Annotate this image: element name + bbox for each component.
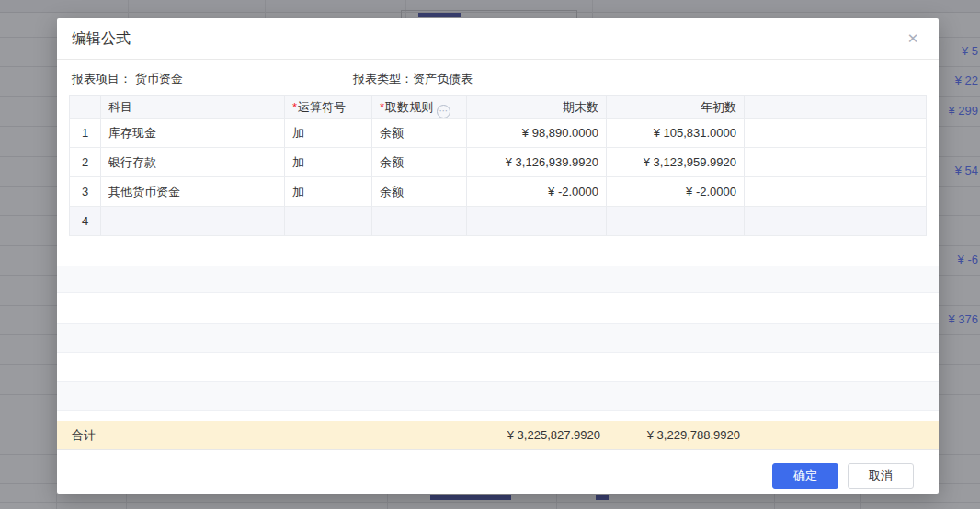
year-begin-cell: ¥ -2.0000 — [607, 177, 745, 207]
formula-table-header: 科目 *运算符号 *取数规则⋯ 期末数 年初数 — [69, 95, 927, 119]
report-info-row: 报表项目： 货币资金 报表类型：资产负债表 — [57, 60, 939, 93]
modal-title: 编辑公式 — [72, 29, 131, 49]
close-icon[interactable]: ✕ — [904, 29, 922, 48]
rule-cell[interactable]: 余额 — [372, 119, 467, 148]
rule-cell[interactable] — [372, 207, 467, 236]
operator-cell[interactable]: 加 — [285, 177, 372, 207]
background-amount: ¥ 54 — [940, 156, 980, 186]
background-amount — [940, 215, 980, 244]
year-begin-cell — [607, 207, 745, 236]
column-header-operator: *运算符号 — [285, 95, 372, 119]
period-end-cell: ¥ 3,126,939.9920 — [467, 148, 607, 177]
screen: ¥ 5 ¥ 22 ¥ 299 ¥ 54 ¥ -6 ¥ 376 编辑公式 ✕ — [0, 0, 980, 509]
subject-cell[interactable]: 库存现金 — [101, 119, 285, 148]
report-type-value: 资产负债表 — [413, 72, 473, 85]
total-row: 合计 ¥ 3,225,827.9920 ¥ 3,229,788.9920 — [57, 421, 939, 450]
period-end-cell — [467, 207, 607, 236]
background-amount: ¥ 376 — [940, 305, 980, 334]
background-grid-line — [0, 502, 980, 503]
operator-cell[interactable]: 加 — [285, 148, 372, 177]
report-item: 报表项目： 货币资金 — [72, 71, 183, 87]
year-begin-cell: ¥ 3,123,959.9920 — [607, 148, 745, 177]
empty-stripe-row — [57, 266, 939, 293]
background-amount — [940, 275, 980, 304]
subject-cell[interactable]: 其他货币资金 — [101, 177, 285, 207]
edit-formula-modal: 编辑公式 ✕ 报表项目： 货币资金 报表类型：资产负债表 科目 *运算符号 *取… — [57, 18, 939, 494]
background-amount — [940, 126, 980, 155]
cancel-button[interactable]: 取消 — [848, 463, 914, 489]
report-item-label: 报表项目： — [72, 72, 131, 85]
column-header-blank — [745, 95, 927, 119]
year-begin-cell: ¥ 105,831.0000 — [607, 119, 745, 148]
background-amount: ¥ -6 — [940, 245, 980, 275]
background-amount — [940, 186, 980, 215]
period-end-cell: ¥ 98,890.0000 — [467, 119, 607, 148]
blank-cell — [745, 148, 927, 177]
required-mark: * — [380, 100, 384, 114]
background-amount: ¥ 22 — [940, 66, 980, 96]
required-mark: * — [292, 100, 297, 114]
rule-cell[interactable]: 余额 — [372, 148, 467, 177]
background-amount: ¥ 5 — [940, 37, 980, 66]
report-type-label: 报表类型： — [353, 72, 413, 85]
row-number-cell: 2 — [69, 148, 101, 177]
column-header-year-begin: 年初数 — [607, 95, 745, 119]
operator-cell[interactable] — [285, 207, 372, 236]
total-period-end: ¥ 3,225,827.9920 — [507, 421, 600, 450]
formula-table: 科目 *运算符号 *取数规则⋯ 期末数 年初数 1 库存现金 加 余额 ¥ 98… — [69, 95, 927, 236]
background-amount-column: ¥ 5 ¥ 22 ¥ 299 ¥ 54 ¥ -6 ¥ 376 — [940, 37, 980, 334]
column-header-rule: *取数规则⋯ — [372, 95, 467, 119]
rule-cell[interactable]: 余额 — [372, 177, 467, 207]
blank-cell — [745, 177, 927, 207]
table-row: 2 银行存款 加 余额 ¥ 3,126,939.9920 ¥ 3,123,959… — [69, 148, 927, 177]
background-clipped-text — [418, 13, 461, 17]
background-amount: ¥ 299 — [940, 96, 980, 126]
column-header-period-end: 期末数 — [467, 95, 607, 119]
table-row-empty: 4 — [69, 207, 927, 236]
confirm-button[interactable]: 确定 — [772, 463, 838, 489]
period-end-cell: ¥ -2.0000 — [467, 177, 607, 207]
row-number-cell: 4 — [69, 207, 101, 236]
operator-cell[interactable]: 加 — [285, 119, 372, 148]
row-number-cell: 1 — [69, 119, 101, 148]
subject-cell[interactable]: 银行存款 — [101, 148, 285, 177]
background-clipped-text — [430, 495, 511, 500]
total-label: 合计 — [72, 421, 96, 450]
table-row: 3 其他货币资金 加 余额 ¥ -2.0000 ¥ -2.0000 — [69, 177, 927, 207]
blank-cell — [745, 119, 927, 148]
ellipsis-circle-icon[interactable]: ⋯ — [437, 105, 450, 119]
blank-cell — [745, 207, 927, 236]
modal-header: 编辑公式 ✕ — [57, 18, 939, 60]
column-header-subject: 科目 — [101, 95, 285, 119]
column-header-index — [69, 95, 101, 119]
empty-stripe-row — [57, 323, 939, 353]
row-number-cell: 3 — [69, 177, 101, 207]
table-row: 1 库存现金 加 余额 ¥ 98,890.0000 ¥ 105,831.0000 — [69, 119, 927, 148]
report-type: 报表类型：资产负债表 — [353, 71, 473, 87]
report-item-value: 货币资金 — [135, 72, 183, 85]
empty-stripe-row — [57, 381, 939, 411]
background-clipped-text — [596, 495, 609, 500]
total-year-begin: ¥ 3,229,788.9920 — [647, 421, 740, 450]
subject-cell[interactable] — [101, 207, 285, 236]
